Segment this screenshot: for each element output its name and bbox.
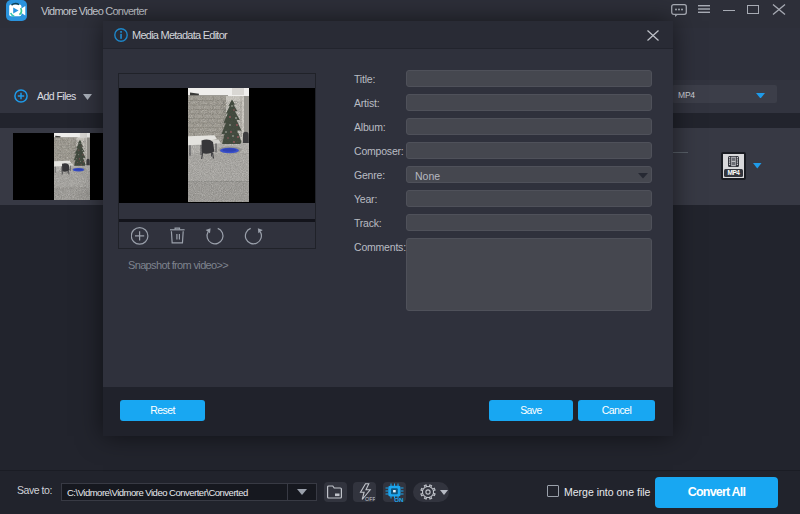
svg-text:OFF: OFF xyxy=(365,496,375,502)
svg-text:ON: ON xyxy=(394,496,404,503)
